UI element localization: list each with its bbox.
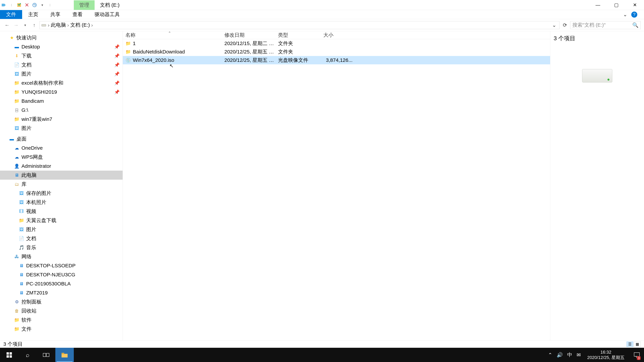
nav-network[interactable]: 🖧网络 <box>0 252 122 261</box>
nav-lib-item[interactable]: 🖼保存的图片 <box>0 189 122 198</box>
folder-icon: 📁 <box>14 116 20 122</box>
breadcrumb-dropdown-icon[interactable]: ⌄ <box>550 22 558 28</box>
title-context-tabs: 管理 文档 (E:) <box>74 0 125 10</box>
nav-user[interactable]: 👤Administrator <box>0 162 122 171</box>
nav-recycle-bin[interactable]: 🗑回收站 <box>0 306 122 316</box>
qat-undo-icon[interactable] <box>32 3 37 7</box>
column-header-date[interactable]: 修改日期 <box>222 32 276 38</box>
minimize-button[interactable]: ― <box>589 0 607 10</box>
nav-net-item[interactable]: 🖥ZMT2019 <box>0 288 122 297</box>
disc-icon: 💿 <box>126 57 131 63</box>
nav-quick-item[interactable]: 📁win7重装win7 <box>0 115 122 124</box>
search-input[interactable]: 搜索"文档 (E:)" 🔍 <box>570 21 641 29</box>
explorer-body: ★快速访问 ▬Desktop📌 ⬇下载📌 📄文档📌 🖼图片📌 📁excel表格制… <box>0 31 644 340</box>
nav-libraries[interactable]: 🗂库 <box>0 180 122 189</box>
qat-properties-icon[interactable] <box>17 3 22 7</box>
nav-back-button[interactable]: ← <box>3 21 11 29</box>
svg-rect-4 <box>10 352 12 355</box>
taskbar-explorer-button[interactable] <box>55 348 74 362</box>
maximize-button[interactable]: ▢ <box>607 0 626 10</box>
nav-folder-files[interactable]: 📁文件 <box>0 325 122 334</box>
nav-quick-item[interactable]: 📁Bandicam <box>0 96 122 106</box>
nav-lib-item[interactable]: 📁天翼云盘下载 <box>0 216 122 225</box>
breadcrumb-sep[interactable]: › <box>48 22 50 28</box>
nav-quick-item[interactable]: ▬Desktop📌 <box>0 42 122 51</box>
file-row[interactable]: 💿Win7x64_2020.iso 2020/12/25, 星期五 1... 光… <box>123 56 550 64</box>
nav-net-item[interactable]: 🖥DESKTOP-LSSOEDP <box>0 261 122 270</box>
nav-quick-item[interactable]: 🖼图片 <box>0 124 122 133</box>
nav-this-pc[interactable]: 🖥此电脑 <box>0 171 122 180</box>
navigation-pane[interactable]: ★快速访问 ▬Desktop📌 ⬇下载📌 📄文档📌 🖼图片📌 📁excel表格制… <box>0 31 123 340</box>
qat-dropdown-icon[interactable]: ▾ <box>40 3 44 7</box>
close-button[interactable]: ✕ <box>626 0 644 10</box>
nav-recent-dropdown[interactable]: ▾ <box>22 21 29 29</box>
breadcrumb-sep[interactable]: › <box>91 22 93 28</box>
nav-lib-item[interactable]: 🎞视频 <box>0 207 122 216</box>
tray-volume-icon[interactable]: 🔊 <box>556 352 563 358</box>
action-center-button[interactable]: 3 <box>631 348 643 362</box>
start-button[interactable] <box>0 348 18 362</box>
cell-date: 2020/12/25, 星期五 1... <box>222 48 276 55</box>
file-row[interactable]: 📁BaiduNetdiskDownload 2020/12/25, 星期五 1.… <box>123 48 550 56</box>
nav-quick-item[interactable]: 📁YUNQISHI2019📌 <box>0 87 122 96</box>
nav-folder-software[interactable]: 📁软件 <box>0 316 122 325</box>
nav-label: 图片 <box>22 70 32 77</box>
breadcrumb-sep[interactable]: › <box>67 22 69 28</box>
nav-quick-access[interactable]: ★快速访问 <box>0 33 122 42</box>
nav-lib-item[interactable]: 🖼图片 <box>0 225 122 234</box>
library-icon: 🗂 <box>14 182 20 187</box>
contextual-tab-manage[interactable]: 管理 <box>74 0 94 10</box>
view-icons-button[interactable]: ▦ <box>634 342 641 347</box>
nav-lib-item[interactable]: 🖼本机照片 <box>0 198 122 207</box>
nav-control-panel[interactable]: ⚙控制面板 <box>0 297 122 306</box>
breadcrumb-seg-drive[interactable]: 文档 (E:) <box>70 22 90 28</box>
tray-clock[interactable]: 16:32 2020/12/25, 星期五 <box>585 350 626 360</box>
help-icon[interactable]: ? <box>631 11 637 17</box>
nav-quick-item[interactable]: 🖼图片📌 <box>0 69 122 78</box>
column-header-size[interactable]: 大小 <box>321 32 356 38</box>
tray-overflow-icon[interactable]: ⌃ <box>548 352 552 358</box>
refresh-button[interactable]: ⟳ <box>561 21 568 29</box>
nav-forward-button[interactable]: → <box>12 21 20 29</box>
cell-type: 光盘映像文件 <box>276 57 321 64</box>
nav-label: 此电脑 <box>22 172 36 179</box>
qat-delete-icon[interactable]: ✕ <box>24 3 29 7</box>
nav-label: 文档 <box>22 61 32 68</box>
search-placeholder: 搜索"文档 (E:)" <box>572 22 632 28</box>
ribbon-tab-file[interactable]: 文件 <box>0 10 22 19</box>
ribbon-expand-icon[interactable]: ⌄ <box>623 11 627 17</box>
column-header-name[interactable]: 名称⌃ <box>123 32 222 38</box>
search-icon[interactable]: 🔍 <box>632 22 638 28</box>
ribbon-tab-share[interactable]: 共享 <box>44 10 66 19</box>
folder-icon: 📁 <box>14 317 20 323</box>
nav-net-item[interactable]: 🖥PC-20190530OBLA <box>0 279 122 288</box>
view-details-button[interactable]: ☰ <box>626 342 633 347</box>
nav-quick-item[interactable]: 📄文档📌 <box>0 60 122 69</box>
nav-wps[interactable]: ☁WPS网盘 <box>0 152 122 162</box>
breadcrumb-seg-this-pc[interactable]: 此电脑 <box>51 22 66 28</box>
task-view-button[interactable] <box>37 348 55 362</box>
file-row[interactable]: 📁1 2020/12/15, 星期二 1... 文件夹 <box>123 39 550 48</box>
file-list-view[interactable]: 名称⌃ 修改日期 类型 大小 📁1 2020/12/15, 星期二 1... 文… <box>123 31 550 340</box>
nav-label: 软件 <box>22 317 32 324</box>
nav-lib-item[interactable]: 🎵音乐 <box>0 243 122 252</box>
nav-net-item[interactable]: 🖥DESKTOP-NJEU3CG <box>0 270 122 279</box>
nav-quick-item[interactable]: ⌸G:\ <box>0 106 122 115</box>
taskbar-search-button[interactable]: ⌕ <box>18 348 37 362</box>
tray-mail-icon[interactable]: ✉ <box>576 352 581 358</box>
nav-onedrive[interactable]: ☁OneDrive <box>0 143 122 152</box>
breadcrumb[interactable]: › 此电脑 › 文档 (E:) › ⌄ <box>40 21 560 29</box>
nav-quick-item[interactable]: ⬇下载📌 <box>0 51 122 60</box>
tray-ime-icon[interactable]: 中 <box>567 352 572 358</box>
ribbon-tab-drive-tools[interactable]: 驱动器工具 <box>88 10 126 19</box>
ribbon-tab-home[interactable]: 主页 <box>22 10 44 19</box>
nav-label: Desktop <box>22 44 40 50</box>
column-header-type[interactable]: 类型 <box>276 32 321 38</box>
nav-lib-item[interactable]: 📄文档 <box>0 234 122 243</box>
nav-quick-item[interactable]: 📁excel表格制作求和📌 <box>0 78 122 87</box>
ribbon-tab-view[interactable]: 查看 <box>66 10 88 19</box>
cell-name: 📁1 <box>123 40 222 46</box>
nav-desktop-root[interactable]: ▬桌面 <box>0 134 122 143</box>
app-icon[interactable] <box>1 3 6 7</box>
nav-up-button[interactable]: ↑ <box>30 21 38 29</box>
